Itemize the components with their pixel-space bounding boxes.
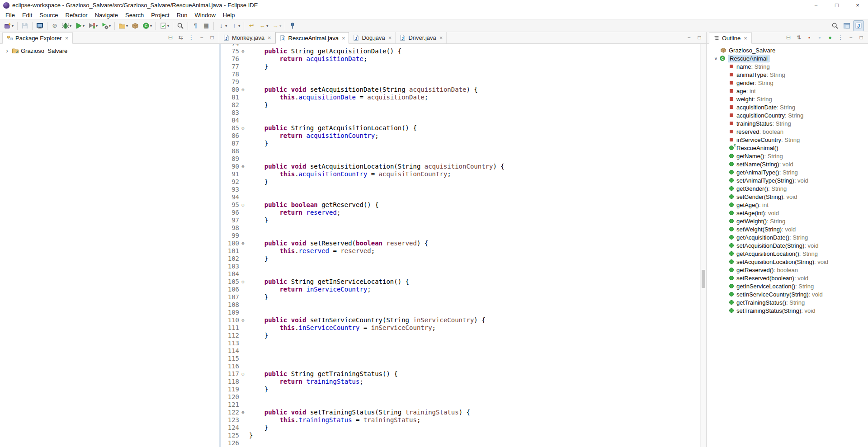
outline-member-row[interactable]: getAcquisitionLocation() : String — [707, 249, 868, 258]
dropdown-arrow-icon[interactable]: ▾ — [238, 24, 240, 28]
code-text[interactable]: public void setAcquisitionDate(String ac… — [247, 86, 478, 94]
project-row[interactable]: ›Grazioso_Salvare — [0, 46, 219, 55]
run-button[interactable]: ▾ — [73, 20, 86, 31]
window-close-button[interactable]: × — [847, 0, 868, 10]
code-text[interactable]: return inServiceCountry; — [247, 286, 371, 293]
hide-fields-button[interactable]: ▪ — [805, 33, 814, 42]
fold-collapse-icon[interactable]: ⊖ — [239, 163, 247, 170]
outline-member-row[interactable]: setGender(String) : void — [707, 193, 868, 201]
code-text[interactable]: public void setInServiceCountry(String i… — [247, 316, 486, 324]
open-console-button[interactable] — [34, 20, 45, 31]
run-external-tools-button[interactable]: ▾ — [99, 20, 113, 31]
menu-window[interactable]: Window — [191, 11, 219, 19]
editor-tab-rescueanimal-java[interactable]: RescueAnimal.java× — [275, 32, 349, 44]
code-text[interactable]: } — [247, 332, 268, 339]
open-perspective-button[interactable] — [841, 20, 852, 31]
code-text[interactable]: } — [247, 63, 268, 71]
code-text[interactable] — [247, 309, 249, 316]
menu-edit[interactable]: Edit — [19, 11, 36, 19]
close-view-icon[interactable]: × — [65, 35, 69, 42]
code-editor[interactable]: 7475⊖ public String getAcquisitionDate()… — [219, 44, 706, 447]
dropdown-arrow-icon[interactable]: ▾ — [126, 24, 128, 28]
menu-run[interactable]: Run — [173, 11, 191, 19]
view-menu-button[interactable]: ⋮ — [836, 33, 845, 42]
code-text[interactable]: } — [247, 293, 268, 301]
debug-button[interactable]: ▾ — [60, 20, 73, 31]
skip-all-breakpoints-button[interactable]: ⊘ — [49, 20, 60, 31]
code-text[interactable]: public boolean getReserved() { — [247, 201, 379, 209]
code-text[interactable] — [247, 186, 249, 193]
dropdown-arrow-icon[interactable]: ▾ — [70, 24, 71, 28]
java-search-button[interactable] — [175, 20, 186, 31]
outline-member-row[interactable]: reserved : boolean — [707, 127, 868, 136]
code-text[interactable]: } — [247, 386, 268, 393]
code-text[interactable] — [247, 117, 249, 124]
outline-tab[interactable]: Outline × — [709, 32, 752, 44]
tab-close-icon[interactable]: × — [439, 34, 443, 41]
menu-help[interactable]: Help — [219, 11, 239, 19]
code-text[interactable]: public String getTrainingStatus() { — [247, 370, 398, 378]
collapse-all-button[interactable]: ⊟ — [784, 33, 793, 42]
outline-member-row[interactable]: getGender() : String — [707, 184, 868, 193]
code-text[interactable]: public void setAcquisitionLocation(Strin… — [247, 163, 505, 170]
code-text[interactable]: this.inServiceCountry = inServiceCountry… — [247, 324, 436, 332]
code-text[interactable] — [247, 355, 249, 362]
menu-source[interactable]: Source — [36, 11, 61, 19]
fold-collapse-icon[interactable]: ⊖ — [239, 124, 247, 132]
outline-member-row[interactable]: inServiceCountry : String — [707, 136, 868, 144]
link-with-editor-button[interactable]: ⇆ — [176, 33, 185, 42]
hide-non-public-members-button[interactable]: ● — [826, 33, 835, 42]
open-task-button[interactable]: ▾ — [158, 20, 171, 31]
code-text[interactable]: return acquisitionDate; — [247, 55, 367, 63]
fold-collapse-icon[interactable]: ⊖ — [239, 316, 247, 324]
tab-close-icon[interactable]: × — [268, 34, 271, 41]
code-text[interactable] — [247, 270, 249, 278]
code-text[interactable]: public void setTrainingStatus(String tra… — [247, 409, 470, 416]
back-button[interactable]: ←▾ — [257, 20, 270, 31]
outline-member-row[interactable]: gender : String — [707, 79, 868, 87]
outline-member-row[interactable]: trainingStatus : String — [707, 119, 868, 127]
code-text[interactable] — [247, 155, 249, 163]
code-text[interactable]: public String getInServiceLocation() { — [247, 278, 409, 286]
dropdown-arrow-icon[interactable]: ▾ — [96, 24, 98, 28]
previous-annotation-button[interactable]: ↑▾ — [229, 20, 242, 31]
maximize-button[interactable]: □ — [857, 33, 866, 42]
pin-editor-button[interactable] — [287, 20, 298, 31]
menu-search[interactable]: Search — [122, 11, 147, 19]
code-text[interactable]: } — [247, 101, 268, 109]
menu-refactor[interactable]: Refactor — [62, 11, 91, 19]
code-text[interactable]: this.acquisitionDate = acquisitionDate; — [247, 94, 428, 101]
fold-collapse-icon[interactable]: ⊖ — [239, 370, 247, 378]
outline-member-row[interactable]: weight : String — [707, 95, 868, 103]
code-text[interactable]: this.acquisitionCountry = acquisitionCou… — [247, 170, 451, 178]
dropdown-arrow-icon[interactable]: ▾ — [12, 24, 14, 28]
outline-member-row[interactable]: acquisitionCountry : String — [707, 111, 868, 119]
outline-member-row[interactable]: setInServiceCountry(String) : void — [707, 290, 868, 298]
outline-member-row[interactable]: getTrainingStatus() : String — [707, 298, 868, 306]
package-explorer-tab[interactable]: Package Explorer × — [2, 32, 73, 44]
code-text[interactable] — [247, 401, 249, 409]
outline-member-row[interactable]: setWeight(String) : void — [707, 225, 868, 233]
outline-member-row[interactable]: getReserved() : boolean — [707, 266, 868, 274]
expander-icon[interactable]: ∨ — [712, 56, 719, 61]
outline-class-row[interactable]: ∨RescueAnimal — [707, 54, 868, 62]
dropdown-arrow-icon[interactable]: ▾ — [225, 24, 227, 28]
new-wizard-button[interactable]: ▾ — [2, 20, 15, 31]
expander-icon[interactable]: › — [4, 47, 10, 54]
outline-member-row[interactable]: setTrainingStatus(String) : void — [707, 306, 868, 315]
code-text[interactable] — [247, 71, 249, 78]
code-text[interactable]: } — [247, 216, 268, 224]
collapse-all-button[interactable]: ⊟ — [166, 33, 175, 42]
outline-member-row[interactable]: getAnimalType() : String — [707, 168, 868, 176]
code-text[interactable] — [247, 301, 249, 309]
dropdown-arrow-icon[interactable]: ▾ — [150, 24, 152, 28]
dropdown-arrow-icon[interactable]: ▾ — [266, 24, 268, 28]
menu-file[interactable]: File — [2, 11, 19, 19]
code-text[interactable] — [247, 78, 249, 86]
outline-member-row[interactable]: setAcquisitionDate(String) : void — [707, 241, 868, 249]
outline-member-row[interactable]: getName() : String — [707, 152, 868, 160]
show-whitespace-button[interactable]: ¶ — [190, 20, 201, 31]
code-text[interactable] — [247, 224, 249, 232]
outline-member-row[interactable]: setReserved(boolean) : void — [707, 274, 868, 282]
editor-tab-dog-java[interactable]: Dog.java× — [349, 32, 396, 43]
